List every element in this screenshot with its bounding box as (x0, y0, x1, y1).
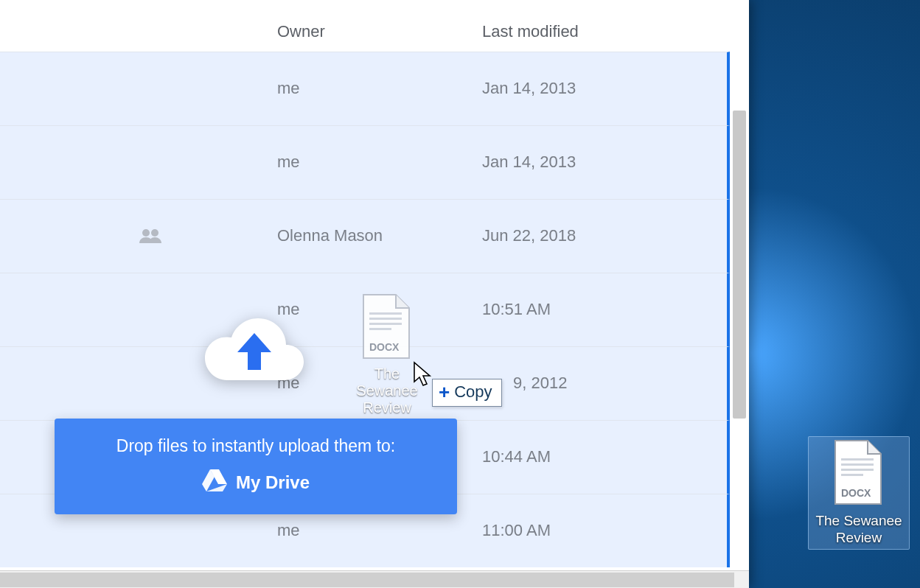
svg-rect-12 (841, 469, 874, 471)
modified-cell: Jan 14, 2013 (482, 79, 576, 98)
shared-icon (139, 228, 162, 247)
svg-text:DOCX: DOCX (841, 487, 871, 499)
owner-cell: Olenna Mason (277, 226, 383, 245)
desktop-file-label: The Sewanee Review (811, 513, 907, 547)
table-row[interactable]: me Jan 14, 2013 (0, 125, 730, 199)
svg-rect-10 (841, 458, 874, 461)
browser-window: Owner Last modified me Jan 14, 2013 me J… (0, 0, 749, 588)
table-row[interactable]: me 9, 2012 (0, 346, 730, 420)
cloud-upload-icon (199, 309, 310, 391)
svg-point-0 (142, 229, 150, 237)
drop-upload-banner: Drop files to instantly upload them to: … (55, 419, 457, 514)
table-row[interactable]: me 10:51 AM (0, 273, 730, 346)
modified-cell: Jan 14, 2013 (482, 153, 576, 172)
modified-cell: 10:44 AM (482, 447, 551, 466)
table-row[interactable]: Olenna Mason Jun 22, 2018 (0, 199, 730, 273)
svg-point-1 (151, 229, 158, 237)
modified-cell: 11:00 AM (482, 521, 551, 540)
plus-icon: + (439, 382, 450, 402)
owner-cell: me (277, 153, 300, 172)
column-header-owner[interactable]: Owner (277, 22, 325, 41)
horizontal-scrollbar-thumb[interactable] (0, 573, 734, 587)
column-header-row: Owner Last modified (0, 0, 730, 52)
column-header-modified[interactable]: Last modified (482, 22, 579, 41)
vertical-scrollbar[interactable] (733, 111, 746, 419)
svg-rect-13 (841, 474, 863, 476)
modified-cell: Jun 22, 2018 (482, 226, 576, 245)
owner-cell: me (277, 79, 300, 98)
horizontal-scrollbar[interactable] (0, 570, 749, 588)
drop-banner-destination: My Drive (236, 472, 310, 493)
docx-file-icon: DOCX (832, 439, 885, 507)
drive-logo-icon (202, 469, 227, 496)
drag-copy-tooltip: + Copy (432, 379, 502, 407)
desktop-file-icon[interactable]: DOCX The Sewanee Review (811, 439, 907, 547)
svg-rect-11 (841, 463, 874, 466)
owner-cell: me (277, 521, 300, 540)
table-row[interactable]: me Jan 14, 2013 (0, 52, 730, 125)
copy-tooltip-label: Copy (454, 382, 492, 402)
modified-cell: 10:51 AM (482, 300, 551, 319)
desktop: Owner Last modified me Jan 14, 2013 me J… (0, 0, 920, 588)
drop-banner-text: Drop files to instantly upload them to: (55, 436, 457, 456)
modified-cell: 9, 2012 (513, 374, 567, 393)
